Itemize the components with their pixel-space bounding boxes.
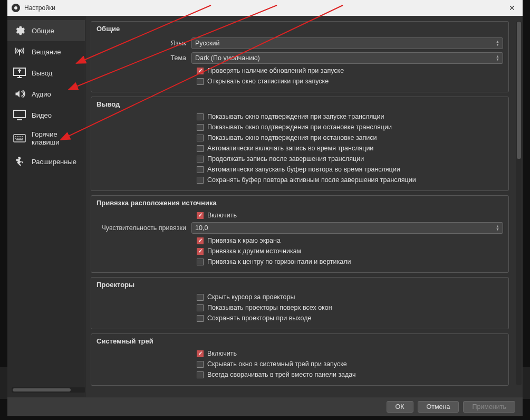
antenna-icon <box>13 46 26 58</box>
checkbox-label: Проверять наличие обновлений при запуске <box>207 67 344 74</box>
group-snap: Привязка расположения источника Включить… <box>91 195 509 273</box>
sidebar-item-audio[interactable]: Аудио <box>7 83 85 104</box>
checkbox-label: Всегда сворачивать в трей вместо панели … <box>207 371 356 378</box>
checkbox-label: Включить <box>207 212 237 219</box>
checkbox-confirm-stop-rec[interactable] <box>197 135 204 141</box>
checkbox-tray-minimize[interactable] <box>197 371 204 378</box>
sidebar-item-general[interactable]: Общие <box>7 20 85 41</box>
sidebar-item-label: Вещание <box>32 48 61 56</box>
monitor-arrow-icon <box>13 67 26 79</box>
content-scrollbar[interactable] <box>516 21 522 385</box>
label-sensitivity: Чувствительность привязки <box>97 224 191 232</box>
checkbox-label: Скрыть курсор за проекторы <box>207 293 295 301</box>
checkbox-label: Открывать окно статистики при запуске <box>207 78 329 85</box>
sidebar-item-output[interactable]: Вывод <box>7 62 85 83</box>
keyboard-icon <box>13 132 26 144</box>
checkbox-label: Автоматически запускать буфер повтора во… <box>207 166 400 173</box>
ok-button[interactable]: ОК <box>387 401 413 413</box>
checkbox-label: Сохранять буфер повтора активным после з… <box>207 176 416 184</box>
updown-icon: ▲▼ <box>496 225 499 231</box>
dropdown-theme[interactable]: Dark (По умолчанию) ▲▼ <box>191 52 503 64</box>
checkbox-keep-rec[interactable] <box>197 156 204 163</box>
checkbox-label: Показывать окно подтверждения при запуск… <box>207 113 384 120</box>
close-icon[interactable]: ✕ <box>506 4 518 12</box>
group-projectors: Проекторы Скрыть курсор за проекторы Пок… <box>91 277 509 329</box>
checkbox-snap-enable[interactable] <box>197 212 204 219</box>
group-output: Вывод Показывать окно подтверждения при … <box>91 97 509 191</box>
checkbox-label: Автоматически включать запись во время т… <box>207 145 373 152</box>
dropdown-language[interactable]: Русский ▲▼ <box>191 37 503 49</box>
checkbox-on-top[interactable] <box>197 304 204 311</box>
checkbox-label: Скрывать окно в системный трей при запус… <box>207 360 347 368</box>
speaker-icon <box>13 88 26 100</box>
sidebar-item-stream[interactable]: Вещание <box>7 41 85 62</box>
label-language: Язык <box>97 40 191 47</box>
window-title: Настройки <box>24 4 55 12</box>
checkbox-confirm-start[interactable] <box>197 113 204 120</box>
checkbox-keep-replay[interactable] <box>197 177 204 184</box>
titlebar: Настройки ✕ <box>7 0 523 16</box>
group-title: Системный трей <box>97 337 503 345</box>
checkbox-snap-edge[interactable] <box>197 237 204 244</box>
checkbox-auto-rec[interactable] <box>197 145 204 152</box>
checkbox-check-updates[interactable] <box>197 68 204 74</box>
monitor-icon <box>13 109 26 121</box>
checkbox-snap-center[interactable] <box>197 259 204 265</box>
checkbox-label: Показывать проекторы поверх всех окон <box>207 304 332 311</box>
checkbox-snap-other[interactable] <box>197 248 204 255</box>
app-icon <box>12 4 20 12</box>
group-title: Общие <box>97 25 503 33</box>
checkbox-label: Привязка к другим источникам <box>207 247 301 255</box>
sidebar-item-label: Видео <box>32 111 52 119</box>
label-theme: Тема <box>97 54 191 62</box>
checkbox-tray-enable[interactable] <box>197 350 204 357</box>
updown-icon: ▲▼ <box>496 40 499 46</box>
sidebar-item-label: Расширенные <box>32 158 76 166</box>
sidebar-item-label: Вывод <box>32 69 52 77</box>
content-area: Общие Язык Русский ▲▼ Тема Dark (По умо <box>85 16 523 397</box>
apply-button[interactable]: Применить <box>463 401 515 413</box>
checkbox-save-proj[interactable] <box>197 315 204 322</box>
sidebar-scrollbar[interactable] <box>12 387 85 393</box>
checkbox-label: Привязка к краю экрана <box>207 237 281 244</box>
cancel-button[interactable]: Отмена <box>418 401 459 413</box>
group-title: Проекторы <box>97 281 503 289</box>
sidebar-item-video[interactable]: Видео <box>7 104 85 126</box>
spinner-sensitivity[interactable]: 10,0 ▲▼ <box>191 222 503 234</box>
checkbox-confirm-stop-stream[interactable] <box>197 124 204 131</box>
svg-point-0 <box>18 50 21 52</box>
checkbox-label: Показывать окно подтверждения при остано… <box>207 123 392 131</box>
checkbox-auto-replay[interactable] <box>197 166 204 173</box>
sidebar-item-hotkeys[interactable]: Горячие клавиши <box>7 126 85 151</box>
sidebar-item-label: Общие <box>32 27 54 35</box>
checkbox-open-stats[interactable] <box>197 78 204 85</box>
gear-icon <box>13 25 26 36</box>
svg-rect-2 <box>14 110 25 118</box>
group-general: Общие Язык Русский ▲▼ Тема Dark (По умо <box>91 21 509 92</box>
checkbox-label: Включить <box>207 350 237 357</box>
checkbox-label: Показывать окно подтверждения при остано… <box>207 134 377 141</box>
dropdown-value: Русский <box>195 40 219 47</box>
checkbox-label: Сохранять проекторы при выходе <box>207 314 311 322</box>
sidebar-item-advanced[interactable]: Расширенные <box>7 151 85 172</box>
sidebar-item-label: Горячие клавиши <box>32 130 80 146</box>
checkbox-label: Привязка к центру по горизонтали и верти… <box>207 258 351 265</box>
checkbox-tray-hide[interactable] <box>197 361 204 368</box>
dropdown-value: Dark (По умолчанию) <box>195 54 260 62</box>
sidebar: Общие Вещание Вывод Аудио <box>7 16 85 397</box>
group-title: Привязка расположения источника <box>97 199 503 207</box>
sidebar-item-label: Аудио <box>32 90 51 98</box>
checkbox-hide-cursor[interactable] <box>197 294 204 301</box>
checkbox-label: Продолжать запись после завершения транс… <box>207 155 364 163</box>
spinner-value: 10,0 <box>195 224 208 232</box>
footer: ОК Отмена Применить <box>7 397 523 416</box>
updown-icon: ▲▼ <box>496 55 499 61</box>
group-tray: Системный трей Включить Скрывать окно в … <box>91 333 509 386</box>
group-title: Вывод <box>97 100 503 108</box>
tools-icon <box>13 156 26 167</box>
